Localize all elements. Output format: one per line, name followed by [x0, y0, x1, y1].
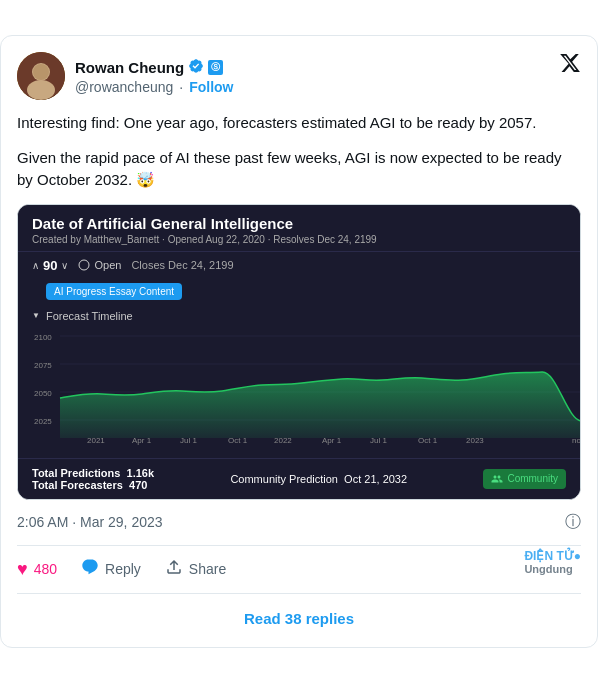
triangle-down-icon: ▼ [32, 311, 40, 320]
user-handle: @rowancheung [75, 79, 173, 95]
closes-text: Closes Dec 24, 2199 [131, 259, 233, 271]
total-predictions: Total Predictions 1.16k [32, 467, 154, 479]
tweet-header: Rowan Cheung Ⓢ @rowancheung · Follow [17, 52, 581, 100]
chart-header: Date of Artificial General Intelligence … [18, 205, 580, 251]
tweet-timestamp: 2:06 AM · Mar 29, 2023 ⓘ [17, 512, 581, 533]
share-label: Share [189, 561, 226, 577]
info-icon[interactable]: ⓘ [565, 512, 581, 533]
tag-button[interactable]: AI Progress Essay Content [46, 283, 182, 300]
chart-footer: Total Predictions 1.16k Total Forecaster… [18, 458, 580, 499]
x-logo[interactable] [559, 52, 581, 79]
watermark-line2: Ungdung [524, 563, 581, 575]
user-handle-row: @rowancheung · Follow [75, 79, 234, 95]
user-info: Rowan Cheung Ⓢ @rowancheung · Follow [75, 58, 234, 95]
open-label: Open [94, 259, 121, 271]
chart-title: Date of Artificial General Intelligence [32, 215, 566, 232]
follow-button[interactable]: Follow [189, 79, 233, 95]
watermark-line1: ĐIỆN TỬ● [524, 549, 581, 563]
svg-text:2025: 2025 [34, 417, 52, 426]
svg-text:2023: 2023 [466, 436, 484, 445]
reply-button[interactable]: Reply [81, 558, 141, 581]
svg-text:now: now [572, 436, 581, 445]
svg-text:2021: 2021 [87, 436, 105, 445]
forecast-timeline[interactable]: ▼ Forecast Timeline [18, 304, 580, 328]
like-button[interactable]: ♥ 480 [17, 559, 57, 580]
community-prediction-value: Oct 21, 2032 [344, 473, 407, 485]
votes-count: 90 [43, 258, 57, 273]
community-btn-label: Community [507, 473, 558, 484]
profile-badge: Ⓢ [208, 60, 223, 75]
svg-text:2100: 2100 [34, 333, 52, 342]
tweet-paragraph-2: Given the rapid pace of AI these past fe… [17, 147, 581, 192]
watermark: ĐIỆN TỬ● Ungdung [524, 549, 581, 575]
verified-icon [188, 58, 204, 78]
tweet-paragraph-1: Interesting find: One year ago, forecast… [17, 112, 581, 135]
chevron-up-icon: ∧ [32, 260, 39, 271]
avatar-image [17, 52, 65, 100]
avatar [17, 52, 65, 100]
svg-point-3 [33, 64, 49, 80]
likes-count: 480 [34, 561, 57, 577]
total-predictions-label: Total Predictions [32, 467, 120, 479]
svg-text:Oct 1: Oct 1 [418, 436, 438, 445]
user-name: Rowan Cheung [75, 59, 184, 76]
chart-subtitle: Created by Matthew_Barnett · Opened Aug … [32, 234, 566, 245]
reply-label: Reply [105, 561, 141, 577]
svg-text:2022: 2022 [274, 436, 292, 445]
user-name-row: Rowan Cheung Ⓢ [75, 58, 234, 78]
community-button[interactable]: Community [483, 469, 566, 489]
chart-controls: ∧ 90 ∨ Open Closes Dec 24, 2199 [18, 251, 580, 279]
total-forecasters-value: 470 [129, 479, 147, 491]
total-forecasters-label: Total Forecasters [32, 479, 123, 491]
chart-svg-wrapper: 2100 2075 2050 2025 [18, 328, 580, 458]
svg-point-2 [27, 80, 55, 100]
chart-footer-middle: Community Prediction Oct 21, 2032 [230, 473, 407, 485]
tweet-header-left: Rowan Cheung Ⓢ @rowancheung · Follow [17, 52, 234, 100]
chart-svg: 2100 2075 2050 2025 [32, 328, 581, 448]
svg-text:Jul 1: Jul 1 [370, 436, 387, 445]
share-button[interactable]: Share [165, 558, 226, 581]
chart-votes: ∧ 90 ∨ [32, 258, 68, 273]
svg-text:Oct 1: Oct 1 [228, 436, 248, 445]
svg-text:Apr 1: Apr 1 [322, 436, 342, 445]
svg-text:Jul 1: Jul 1 [180, 436, 197, 445]
svg-text:Apr 1: Apr 1 [132, 436, 152, 445]
chevron-down-icon: ∨ [61, 260, 68, 271]
heart-icon: ♥ [17, 559, 28, 580]
tweet-actions: ♥ 480 Reply Share [17, 545, 581, 594]
chart-card: Date of Artificial General Intelligence … [17, 204, 581, 500]
svg-text:2075: 2075 [34, 361, 52, 370]
chart-footer-left: Total Predictions 1.16k Total Forecaster… [32, 467, 154, 491]
total-predictions-value: 1.16k [127, 467, 155, 479]
read-replies-button[interactable]: Read 38 replies [17, 606, 581, 631]
share-icon [165, 558, 183, 581]
community-prediction-label: Community Prediction [230, 473, 338, 485]
dot-separator: · [179, 79, 183, 95]
timestamp-text: 2:06 AM · Mar 29, 2023 [17, 514, 163, 530]
forecast-label: Forecast Timeline [46, 310, 133, 322]
svg-text:2050: 2050 [34, 389, 52, 398]
tweet-body: Interesting find: One year ago, forecast… [17, 112, 581, 192]
open-button[interactable]: Open [78, 259, 121, 271]
reply-icon [81, 558, 99, 581]
tweet-card: Rowan Cheung Ⓢ @rowancheung · Follow Int… [0, 35, 598, 648]
total-forecasters: Total Forecasters 470 [32, 479, 154, 491]
svg-point-4 [79, 260, 89, 270]
